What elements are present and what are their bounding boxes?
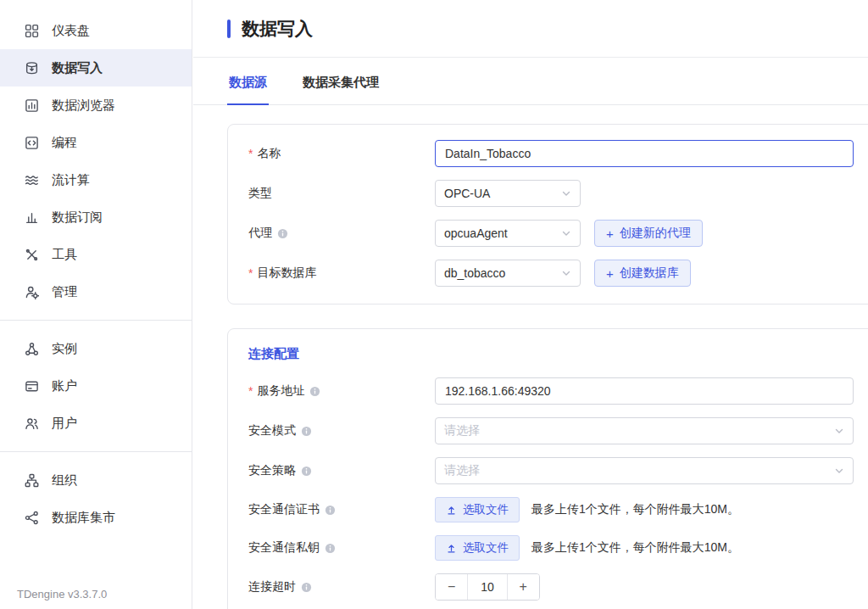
create-database-button[interactable]: + 创建数据库 [594,260,691,287]
form-row-name: * 名称 [248,140,868,167]
form-row-type: 类型 OPC-UA [248,180,868,207]
organization-icon [24,472,39,488]
info-icon[interactable] [309,386,320,397]
instances-icon [24,341,39,356]
form-row-security-mode: 安全模式 请选择 [248,417,868,444]
info-icon[interactable] [301,582,312,593]
sidebar-item-organization[interactable]: 组织 [0,461,192,499]
tab-bar: 数据源 数据采集代理 [193,71,868,105]
stream-icon [24,172,39,187]
app-version-label: TDengine v3.3.7.0 [0,579,192,609]
sidebar-divider [0,320,192,321]
required-mark: * [248,147,253,160]
security-mode-placeholder: 请选择 [444,423,480,439]
data-explorer-icon [24,98,39,113]
sidebar-item-programming[interactable]: 编程 [0,124,192,161]
sidebar-item-label: 数据写入 [52,60,103,76]
service-address-input[interactable] [435,377,854,405]
plus-icon: + [606,227,614,240]
users-icon [24,416,39,431]
security-mode-label: 安全模式 [248,423,435,439]
page-title: 数据写入 [242,17,313,41]
sidebar-item-instances[interactable]: 实例 [0,330,192,367]
sidebar: 仪表盘 数据写入 数据浏览器 编程 流计算 数据订阅 工具 [0,0,192,609]
sidebar-item-label: 管理 [52,284,77,300]
form-row-security-policy: 安全策略 请选择 [248,457,868,484]
connection-config-title: 连接配置 [248,346,868,362]
target-db-select[interactable]: db_tobacco [435,260,581,287]
sidebar-item-database-market[interactable]: 数据库集市 [0,499,192,536]
connection-config-card: 连接配置 * 服务地址 安全模式 请选择 [227,328,868,609]
form-row-target-db: * 目标数据库 db_tobacco + 创建数据库 [248,260,868,287]
security-mode-select[interactable]: 请选择 [435,417,854,444]
sidebar-item-tools[interactable]: 工具 [0,236,192,273]
chevron-down-icon [561,228,571,238]
type-select[interactable]: OPC-UA [435,180,581,207]
data-in-icon [24,60,39,75]
private-key-upload-button[interactable]: 选取文件 [435,535,520,561]
sidebar-item-label: 编程 [52,135,77,151]
form-row-agent: 代理 opcuaAgent + 创建新的代理 [248,220,868,247]
target-db-label: * 目标数据库 [248,265,435,281]
tools-icon [24,247,39,262]
sidebar-item-label: 流计算 [52,172,90,188]
type-select-value: OPC-UA [444,187,490,200]
basic-info-card: * 名称 类型 OPC-UA 代理 [227,124,868,304]
tab-datasource[interactable]: 数据源 [227,71,269,105]
required-mark: * [248,384,253,398]
sidebar-item-label: 实例 [52,341,77,357]
data-subscription-icon [24,210,39,225]
sidebar-item-users[interactable]: 用户 [0,405,192,442]
page-header: 数据写入 [193,0,868,58]
create-agent-button[interactable]: + 创建新的代理 [594,220,703,247]
private-key-label: 安全通信私钥 [248,540,435,556]
agent-label: 代理 [248,226,435,241]
programming-icon [24,135,39,150]
timeout-label: 连接超时 [248,579,435,595]
security-policy-label: 安全策略 [248,463,435,478]
sidebar-item-label: 用户 [52,416,77,432]
info-icon[interactable] [277,228,288,239]
timeout-value[interactable]: 10 [467,574,507,600]
main-content: 数据写入 数据源 数据采集代理 * 名称 类型 OPC-UA [193,0,868,609]
agent-select[interactable]: opcuaAgent [435,220,581,247]
private-key-upload-hint: 最多上传1个文件，每个附件最大10M。 [531,540,739,556]
name-input[interactable] [435,140,854,167]
security-policy-select[interactable]: 请选择 [435,457,854,484]
sidebar-item-subscription[interactable]: 数据订阅 [0,198,192,236]
sidebar-item-data-in[interactable]: 数据写入 [0,49,192,87]
name-label: * 名称 [248,146,435,161]
sidebar-item-account[interactable]: 账户 [0,367,192,405]
security-policy-placeholder: 请选择 [444,463,480,478]
sidebar-item-stream[interactable]: 流计算 [0,161,192,198]
sidebar-item-label: 数据库集市 [52,510,115,526]
timeout-stepper: − 10 + [435,573,540,601]
sidebar-item-management[interactable]: 管理 [0,273,192,310]
certificate-label: 安全通信证书 [248,502,435,517]
sidebar-item-label: 数据订阅 [52,210,103,226]
stepper-minus-button[interactable]: − [436,574,467,600]
chevron-down-icon [561,188,571,198]
info-icon[interactable] [325,505,336,516]
tab-collection-agent[interactable]: 数据采集代理 [301,71,381,105]
account-icon [24,378,39,394]
upload-icon [446,543,457,554]
title-accent-bar [227,20,231,38]
sidebar-divider [0,451,192,452]
sidebar-item-label: 账户 [52,378,77,394]
info-icon[interactable] [301,466,312,477]
info-icon[interactable] [325,543,336,554]
stepper-plus-button[interactable]: + [508,574,539,600]
address-label: * 服务地址 [248,383,435,399]
sidebar-item-data-explorer[interactable]: 数据浏览器 [0,87,192,124]
form-row-timeout: 连接超时 − 10 + [248,573,868,601]
sidebar-item-dashboard[interactable]: 仪表盘 [0,12,192,49]
type-label: 类型 [248,186,435,201]
info-icon[interactable] [301,426,312,437]
required-mark: * [248,266,253,280]
certificate-upload-button[interactable]: 选取文件 [435,497,520,522]
agent-select-value: opcuaAgent [444,226,508,240]
upload-icon [446,505,457,516]
sidebar-item-label: 组织 [52,472,77,489]
database-market-icon [24,510,39,525]
